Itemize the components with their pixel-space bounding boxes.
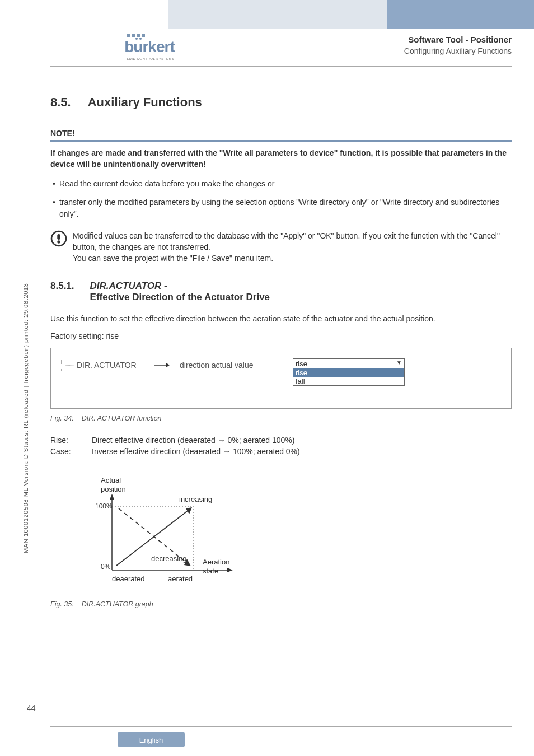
subsection-title-italic: DIR.ACTUATOR [90,281,162,291]
section-title: Auxiliary Functions [88,95,202,110]
chevron-down-icon: ▼ [396,360,402,368]
svg-rect-1 [57,234,60,240]
xlab-row-2: state [203,567,218,575]
note-rule [50,140,512,142]
definitions: Rise: Direct effective direction (deaera… [50,436,512,456]
config-tree-item[interactable]: ┈┈ DIR. ACTUATOR [63,358,147,372]
series-label-decreasing: decreasing [151,554,187,563]
paragraph: Factory setting: rise [50,330,512,342]
svg-marker-6 [110,494,114,500]
direction-dropdown[interactable]: rise ▼ rise fall [293,358,405,386]
dropdown-selected-value: rise [296,360,307,368]
language-tab: English [118,732,185,747]
def-key: Case: [50,447,81,456]
x-cat-deaerated: deaerated [112,575,145,583]
svg-marker-8 [227,568,233,572]
note-bullet-list: Read the current device data before you … [50,178,512,220]
header-tab-bg [168,0,387,29]
footer-rule [50,726,512,727]
subsection-title-rest: Effective Direction of the Actuator Driv… [90,292,270,303]
subsection-title-dash: - [161,281,167,291]
def-key: Rise: [50,436,81,445]
svg-marker-12 [186,507,192,514]
x-cat-aerated: aerated [168,575,193,583]
series-label-increasing: increasing [179,495,212,503]
y-axis-label-2: position [101,485,126,493]
vertical-meta-text: MAN 1000120508 ML Version: D Status: RL … [22,273,29,553]
y-axis-label-1: Actual [101,476,121,484]
exclamation-icon [50,230,67,247]
figure-caption: Fig. 35: DIR.ACTUATOR graph [50,600,512,608]
header-rule [50,66,512,67]
note-bullet: transfer only the modified parameters by… [53,197,512,220]
dropdown-option[interactable]: fall [293,377,404,385]
paragraph: Use this function to set the effective d… [50,313,512,325]
arrow-right-icon [154,360,170,371]
header-title: Software Tool - Positioner [404,35,512,44]
config-field-label: direction actual value [180,358,286,370]
note-bullet: Read the current device data before you … [53,178,512,190]
dropdown-option[interactable]: rise [293,368,404,377]
figure-caption: Fig. 34: DIR. ACTUATOR function [50,414,512,422]
info-paragraph: Modified values can be transferred to th… [73,230,512,264]
dir-actuator-graph: Actual position 100% 0% increasing [78,475,512,595]
brand-logo: burkert FLUID CONTROL SYSTEMS [116,34,182,62]
y-tick-100: 100% [95,502,113,510]
subsection-heading: 8.5.1. DIR.ACTUATOR - Effective Directio… [50,281,512,303]
section-heading: 8.5. Auxiliary Functions [50,95,512,110]
page-number: 44 [27,703,36,712]
xlab-row-1: Aeration [203,558,229,566]
config-panel: ┈┈ DIR. ACTUATOR direction actual value … [50,348,512,409]
header-blue-bar [387,0,534,29]
subsection-number: 8.5.1. [50,281,74,292]
note-label: NOTE! [50,129,512,138]
section-number: 8.5. [50,95,71,110]
def-value: Inverse effective direction (deaerated →… [92,447,300,456]
logo-subtitle: FLUID CONTROL SYSTEMS [124,57,174,60]
svg-point-2 [57,240,60,243]
note-bold-text: If changes are made and transferred with… [50,147,512,170]
svg-marker-4 [166,363,170,367]
y-tick-0: 0% [101,563,111,571]
def-value: Direct effective direction (deaerated → … [92,436,294,445]
header-subtitle: Configuring Auxiliary Functions [404,46,512,55]
